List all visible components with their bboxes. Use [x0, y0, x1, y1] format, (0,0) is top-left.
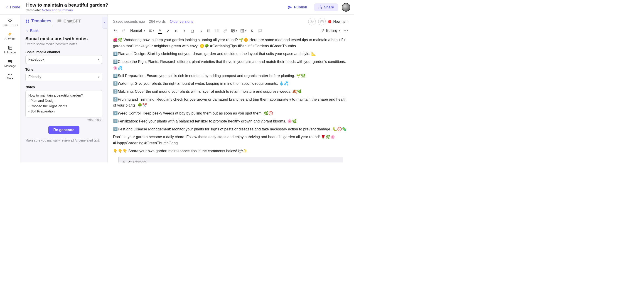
align-left-icon	[148, 29, 152, 33]
rail-ai-images[interactable]: AI Images	[3, 45, 17, 55]
paperclip-icon	[122, 160, 126, 162]
doc-paragraph[interactable]: 9️⃣Pest and Disease Management: Monitor …	[113, 126, 348, 132]
chevron-down-icon: ▾	[245, 29, 246, 32]
template-link[interactable]: Notes and Summary	[42, 8, 73, 12]
text-a-icon: A	[158, 29, 161, 33]
doc-paragraph[interactable]: 3️⃣Soil Preparation: Ensure your soil is…	[113, 73, 348, 79]
calendar-icon	[320, 20, 324, 24]
text-color-button[interactable]: A	[158, 28, 162, 33]
doc-paragraph[interactable]: 6️⃣Pruning and Trimming: Regularly check…	[113, 96, 348, 108]
underline-button[interactable]: U	[190, 28, 195, 33]
message-icon	[8, 59, 12, 64]
add-collaborator-button[interactable]	[308, 18, 316, 26]
panel-subtitle: Create social media post with notes.	[26, 42, 102, 46]
publish-button[interactable]: Publish	[284, 3, 311, 11]
home-link[interactable]: Home	[4, 4, 22, 11]
svg-point-24	[208, 32, 208, 32]
bullet-list-button[interactable]	[206, 28, 212, 33]
regenerate-button[interactable]: Re-generate	[48, 126, 79, 134]
rail-more[interactable]: ••• More	[6, 72, 14, 80]
image-icon	[231, 29, 235, 33]
tone-select[interactable]: Friendly ▾	[26, 73, 102, 81]
back-button[interactable]: Back	[26, 29, 102, 33]
panel-title: Social media post with notes	[26, 36, 102, 41]
svg-point-1	[9, 19, 12, 22]
doc-paragraph[interactable]: 5️⃣Mulching: Cover the soil around your …	[113, 88, 348, 95]
editor-status-bar: Saved seconds ago 264 words Older versio…	[108, 15, 354, 27]
svg-rect-10	[26, 21, 27, 23]
rail-label: AI Images	[4, 51, 16, 54]
doc-paragraph[interactable]: 2️⃣Choose the Right Plants: Research dif…	[113, 59, 348, 71]
share-icon	[318, 5, 322, 9]
rail-label: More	[7, 77, 13, 80]
share-button[interactable]: Share	[314, 4, 338, 11]
link-icon	[223, 29, 227, 33]
clear-format-button[interactable]	[250, 28, 254, 33]
chevron-left-icon	[103, 21, 106, 24]
doc-paragraph[interactable]: 7️⃣Weed Control: Keep pesky weeds at bay…	[113, 110, 348, 116]
doc-paragraph[interactable]: 4️⃣Watering: Give your plants the right …	[113, 80, 348, 87]
chevron-down-icon: ▾	[98, 58, 100, 61]
rail-brief-seo[interactable]: Brief + SEO	[2, 18, 18, 27]
more-options-button[interactable]: •••	[344, 28, 348, 33]
link-button[interactable]	[223, 28, 228, 33]
user-avatar[interactable]	[342, 3, 350, 12]
chevron-down-icon: ▾	[236, 29, 237, 32]
status-chip[interactable]: New Item	[328, 20, 348, 24]
svg-rect-11	[28, 21, 29, 23]
chevron-left-icon	[6, 6, 8, 9]
svg-text:3: 3	[215, 31, 216, 32]
comment-button[interactable]	[258, 28, 263, 33]
italic-button[interactable]: I	[182, 28, 187, 33]
doc-paragraph[interactable]: 👇👇👇 Share your own garden maintenance ti…	[113, 148, 348, 154]
chevron-left-icon	[26, 29, 28, 33]
svg-point-35	[232, 30, 232, 30]
bolt-icon	[8, 32, 12, 36]
list-ol-icon: 123	[215, 29, 219, 33]
status-label: New Item	[333, 20, 348, 24]
style-dropdown[interactable]: Normal ▾	[129, 29, 145, 33]
svg-point-7	[9, 47, 10, 48]
rail-ai-writer[interactable]: AI Writer	[4, 31, 16, 41]
channel-label: Social media channel	[26, 50, 102, 54]
insert-image-dropdown[interactable]: ▾	[231, 29, 237, 33]
mode-label: Editing	[326, 29, 337, 33]
numbered-list-button[interactable]: 123	[215, 28, 220, 33]
doc-title[interactable]: How to maintain a beautiful garden?	[26, 2, 108, 8]
undo-button[interactable]	[113, 28, 118, 33]
doc-paragraph[interactable]: 1️⃣Plan and Design: Start by sketching o…	[113, 51, 348, 57]
tab-chatgpt[interactable]: ChatGPT	[57, 19, 81, 26]
doc-paragraph[interactable]: 8️⃣Fertilization: Feed your plants with …	[113, 118, 348, 124]
chevron-down-icon: ▾	[98, 75, 100, 79]
attachment-block[interactable]: Attachment	[118, 157, 343, 163]
user-plus-icon	[310, 20, 314, 24]
document-body[interactable]: 🌺🌿 Wondering how to keep your garden loo…	[108, 36, 354, 162]
left-rail: Brief + SEO AI Writer AI Images Message …	[0, 15, 20, 162]
insert-table-dropdown[interactable]: ▾	[240, 29, 246, 33]
highlight-icon	[166, 29, 170, 33]
redo-button[interactable]	[121, 28, 126, 33]
status-dot-icon	[328, 20, 331, 23]
undo-icon	[114, 29, 118, 33]
mode-dropdown[interactable]: Editing ▾	[321, 29, 340, 33]
clear-format-icon	[250, 29, 254, 33]
editor-toolbar: Normal ▾ ▾ A B I U S 123 ▾ ▾	[108, 27, 354, 36]
svg-rect-15	[321, 21, 323, 23]
channel-value: Facebook	[28, 58, 44, 62]
align-dropdown[interactable]: ▾	[148, 29, 154, 33]
highlight-button[interactable]	[166, 28, 171, 33]
rail-message[interactable]: Message	[4, 59, 16, 68]
tone-value: Friendly	[28, 75, 41, 79]
older-versions-link[interactable]: Older versions	[170, 20, 193, 24]
notes-textarea[interactable]	[26, 90, 102, 117]
bold-button[interactable]: B	[174, 28, 179, 33]
doc-paragraph[interactable]: Don't let your garden become a daily cho…	[113, 134, 348, 146]
collapse-panel-button[interactable]	[102, 17, 108, 29]
strikethrough-button[interactable]: S	[198, 28, 203, 33]
word-count: 264 words	[149, 20, 166, 24]
add-due-date-button[interactable]	[318, 18, 326, 26]
doc-paragraph[interactable]: 🌺🌿 Wondering how to keep your garden loo…	[113, 37, 348, 49]
rail-label: Brief + SEO	[2, 24, 18, 27]
channel-select[interactable]: Facebook ▾	[26, 55, 102, 64]
tab-templates[interactable]: Templates	[26, 19, 51, 26]
